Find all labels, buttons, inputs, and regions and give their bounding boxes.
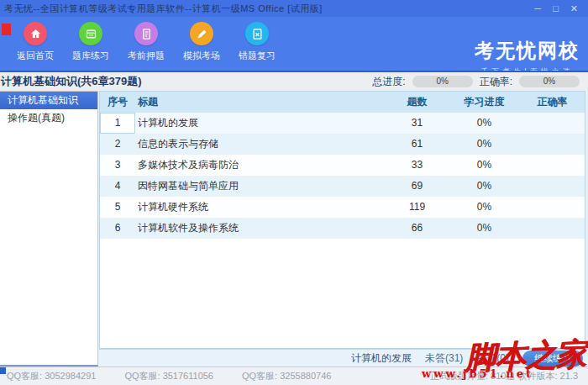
col-header-count: 题数 <box>386 92 449 113</box>
toolbar-items: 返回首页 题库练习 考前押题 模拟考场 错题复习 <box>10 22 282 62</box>
col-header-no: 序号 <box>100 92 135 113</box>
version-info: 正式版题库量: 810题 软件版本: 21.3 <box>430 370 581 382</box>
close-button[interactable]: ✕ <box>570 0 578 17</box>
cell-count: 31 <box>386 113 449 134</box>
chapter-progress-row: 计算机基础知识(共6章379题) 总进度: 0% 正确率: 0% <box>0 71 588 91</box>
window-controls: ─ □ ✕ <box>534 0 588 17</box>
cell-progress: 0% <box>449 134 520 155</box>
total-progress-label: 总进度: <box>372 75 405 89</box>
table-header-row: 序号 标题 题数 学习进度 正确率 <box>100 92 585 113</box>
chapter-heading: 计算机基础知识(共6章379题) <box>1 74 142 89</box>
cell-no: 6 <box>100 218 135 239</box>
col-header-title: 标题 <box>135 92 386 113</box>
cell-progress: 0% <box>449 113 520 134</box>
sidebar: 计算机基础知识 操作题(真题) <box>0 91 98 367</box>
home-icon <box>24 22 47 45</box>
cell-accuracy <box>520 197 585 218</box>
nav-practice-button[interactable]: 题库练习 <box>66 22 116 62</box>
unanswered-count: 未答(31) <box>425 351 463 366</box>
window-title: 考无忧--全国计算机等级考试专用题库软件--计算机一级MS Office [试用… <box>0 3 323 15</box>
table-row[interactable]: 5 计算机硬件系统 119 0% <box>100 197 585 218</box>
nav-home-button[interactable]: 返回首页 <box>10 22 60 62</box>
cell-accuracy <box>520 134 585 155</box>
cell-progress: 0% <box>449 197 520 218</box>
nav-mock-exam-button[interactable]: 模拟考场 <box>176 22 227 62</box>
cell-accuracy <box>520 155 585 176</box>
total-progress-bar: 0% <box>412 76 473 87</box>
table-row[interactable]: 1 计算机的发展 31 0% <box>100 113 585 134</box>
minimize-button[interactable]: ─ <box>534 0 541 17</box>
main-toolbar: 返回首页 题库练习 考前押题 模拟考场 错题复习 <box>0 17 588 71</box>
cell-title: 计算机软件及操作系统 <box>135 218 386 239</box>
wrong-review-icon <box>245 22 269 45</box>
qq-support-2: QQ客服: 3517611056 <box>124 370 213 382</box>
cell-count: 69 <box>386 176 449 197</box>
accuracy-label: 正确率: <box>480 75 512 89</box>
table-row[interactable]: 6 计算机软件及操作系统 66 0% <box>100 218 585 239</box>
corner-artifact <box>0 367 6 374</box>
sidebar-item-operation-questions[interactable]: 操作题(真题) <box>0 109 97 127</box>
nav-wrong-review-button[interactable]: 错题复习 <box>232 22 282 62</box>
cell-progress: 0% <box>449 176 520 197</box>
table-row[interactable]: 4 因特网基础与简单应用 69 0% <box>100 176 585 197</box>
current-chapter-label: 计算机的发展 <box>351 351 412 366</box>
cell-count: 33 <box>386 155 449 176</box>
cell-title: 多媒体技术及病毒防治 <box>135 155 386 176</box>
cell-accuracy <box>520 218 585 239</box>
cell-title: 信息的表示与存储 <box>135 134 386 155</box>
cell-accuracy <box>520 176 585 197</box>
cell-count: 66 <box>386 218 449 239</box>
cell-no: 4 <box>100 176 135 197</box>
cell-count: 61 <box>386 134 449 155</box>
qq-support-1: QQ客服: 3052984291 <box>7 370 96 382</box>
title-bar: 考无忧--全国计算机等级考试专用题库软件--计算机一级MS Office [试用… <box>0 0 588 17</box>
cell-no: 1 <box>100 113 135 134</box>
nav-home-label: 返回首页 <box>17 50 54 62</box>
sidebar-item-basic-knowledge[interactable]: 计算机基础知识 <box>0 92 97 109</box>
status-bar: QQ客服: 3052984291 QQ客服: 3517611056 QQ客服: … <box>0 367 588 385</box>
brand-logo-text: 考无忧网校 <box>475 38 580 64</box>
cell-progress: 0% <box>449 155 520 176</box>
nav-mock-exam-label: 模拟考场 <box>183 50 220 62</box>
table-row[interactable]: 2 信息的表示与存储 61 0% <box>100 134 585 155</box>
practice-icon <box>79 22 102 45</box>
nav-wrong-review-label: 错题复习 <box>239 50 276 62</box>
cell-no: 2 <box>100 134 135 155</box>
maximize-button[interactable]: □ <box>553 0 559 17</box>
exam-doc-icon <box>134 22 158 45</box>
action-bar: 计算机的发展 未答(31) 错题(0) 继续练习 <box>99 349 588 367</box>
nav-practice-label: 题库练习 <box>72 50 109 62</box>
table-row[interactable]: 3 多媒体技术及病毒防治 33 0% <box>100 155 585 176</box>
cell-title: 计算机的发展 <box>135 113 386 134</box>
cell-count: 119 <box>386 197 449 218</box>
nav-predict-label: 考前押题 <box>128 50 165 62</box>
qq-support-3: QQ客服: 3255880746 <box>242 370 331 382</box>
nav-predict-button[interactable]: 考前押题 <box>121 22 171 62</box>
cell-no: 5 <box>100 197 135 218</box>
continue-practice-button[interactable]: 继续练习 <box>522 351 583 367</box>
chapter-table: 序号 标题 题数 学习进度 正确率 1 计算机的发展 31 0% 2 信息的表示… <box>99 91 585 349</box>
cell-accuracy <box>520 113 585 134</box>
cell-progress: 0% <box>449 218 520 239</box>
pencil-icon <box>190 22 213 45</box>
cell-title: 计算机硬件系统 <box>135 197 386 218</box>
wrong-count: 错题(0) <box>476 351 509 366</box>
cell-no: 3 <box>100 155 135 176</box>
col-header-progress: 学习进度 <box>449 92 520 113</box>
cell-title: 因特网基础与简单应用 <box>135 176 386 197</box>
progress-group: 总进度: 0% 正确率: 0% <box>372 75 588 89</box>
accuracy-bar: 0% <box>519 76 580 87</box>
col-header-accuracy: 正确率 <box>520 92 585 113</box>
